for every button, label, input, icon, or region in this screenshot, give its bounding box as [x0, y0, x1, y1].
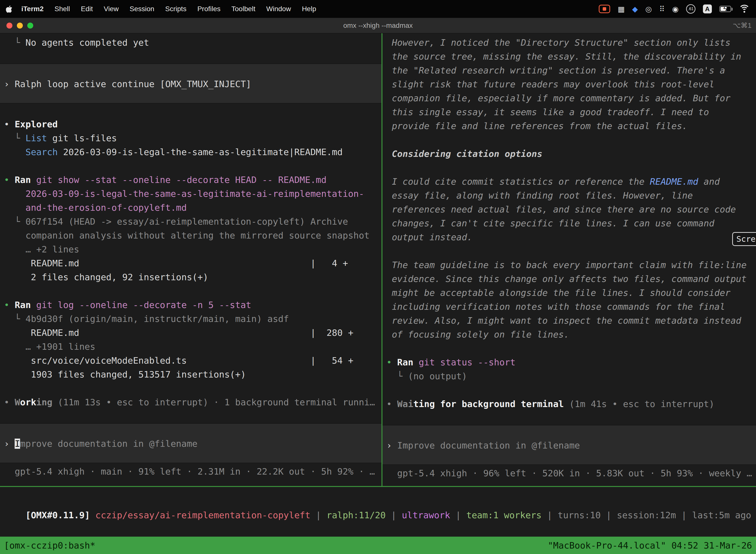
- menu-item-profiles[interactable]: Profiles: [197, 5, 220, 13]
- terminal-line: • Ran git log --oneline --decorate -n 5 …: [0, 298, 381, 312]
- text-segment: git ls-files: [47, 133, 117, 143]
- text-segment: Ran: [15, 300, 31, 310]
- right-terminal-pane[interactable]: However, I noticed the "Directory Struct…: [382, 33, 756, 486]
- text-segment: changes, I can't cite specific file line…: [386, 218, 714, 228]
- text-segment: (no output): [408, 371, 467, 381]
- text-segment: Considering citation options: [392, 149, 543, 159]
- terminal-area: └ No agents completed yet› Ralph loop ac…: [0, 33, 756, 537]
- terminal-line: 2 files changed, 92 insertions(+): [0, 270, 381, 284]
- terminal-line: evidence. Since this change only affects…: [382, 272, 756, 286]
- text-segment: gpt-5.4 xhigh · 96% left · 520K in · 5.8…: [397, 468, 752, 478]
- text-segment: provide file and line references from th…: [386, 121, 688, 131]
- text-segment: and: [698, 176, 720, 187]
- terminal-line: [0, 159, 381, 173]
- text-segment: Improve documentation in @filename: [397, 440, 580, 450]
- screenshot-tooltip: Scre: [732, 232, 756, 246]
- terminal-line: README.md | 280 +: [0, 326, 381, 340]
- terminal-line: provide file and line references from th…: [382, 119, 756, 133]
- text-segment: slight risk that future readers may over…: [386, 79, 714, 89]
- menu-item-session[interactable]: Session: [129, 5, 154, 13]
- charging-bolt-icon: ϟ: [723, 5, 727, 13]
- tmux-window-item[interactable]: [omx-cczip0:bash*: [4, 540, 95, 551]
- menu-item-view[interactable]: View: [104, 5, 119, 13]
- stop-square-icon: [603, 7, 606, 11]
- battery-gauge-icon[interactable]: .61: [686, 4, 695, 14]
- terminal-line: However, I noticed the "Directory Struct…: [382, 36, 756, 50]
- terminal-line: companion analysis without altering the …: [0, 229, 381, 242]
- text-segment: (11m 13s • esc to interrupt) · 1 backgro…: [58, 397, 375, 407]
- composer-input[interactable]: › Improve documentation in @filename: [382, 425, 756, 465]
- left-terminal-pane[interactable]: └ No agents completed yet› Ralph loop ac…: [0, 33, 381, 486]
- terminal-line: └ (no output): [382, 369, 756, 383]
- wifi-icon[interactable]: [739, 5, 750, 13]
- text-cursor: I: [15, 439, 20, 449]
- text-segment: However, I noticed the "Directory Struct…: [386, 38, 731, 48]
- camera-app-icon[interactable]: ◎: [645, 5, 652, 13]
- text-segment: 2 files changed, 92 insertions(+): [4, 272, 208, 282]
- menu-item-help[interactable]: Help: [302, 5, 316, 13]
- terminal-line: [382, 244, 756, 258]
- text-segment: [4, 466, 15, 477]
- menu-item-iterm2[interactable]: iTerm2: [21, 5, 44, 13]
- omx-last: last:5m ago: [692, 510, 751, 520]
- window-grid-icon[interactable]: ▦: [618, 5, 625, 13]
- terminal-line: 1903 files changed, 513517 insertions(+): [0, 368, 381, 382]
- text-segment: ›: [4, 79, 15, 89]
- ralph-loop-banner[interactable]: › Ralph loop active continue [OMX_TMUX_I…: [0, 63, 381, 104]
- text-segment: gpt-5.4 xhigh · main · 91% left · 2.31M …: [15, 466, 375, 477]
- terminal-line: … +2 lines: [0, 242, 381, 257]
- text-segment: ing: [36, 397, 52, 407]
- raycast-icon[interactable]: ◆: [632, 5, 638, 13]
- text-segment: 2026-03-09-is-legal-the-same-as-legitima…: [25, 189, 364, 199]
- terminal-line: 2026-03-09-is-legal-the-same-as-legitima…: [0, 187, 381, 201]
- text-segment: List: [25, 133, 47, 143]
- terminal-line: • Ran git show --stat --oneline --decora…: [0, 173, 381, 187]
- text-segment: ork: [20, 397, 36, 407]
- text-segment: [564, 399, 569, 409]
- menu-item-window[interactable]: Window: [266, 5, 291, 13]
- text-segment: └: [4, 38, 25, 48]
- terminal-line: [382, 383, 756, 397]
- keyhole-icon[interactable]: ◉: [672, 5, 679, 13]
- menu-item-scripts[interactable]: Scripts: [165, 5, 187, 13]
- terminal-line: [0, 104, 381, 117]
- text-segment: review. Also, I might want to inspect th…: [386, 316, 741, 326]
- text-segment: [4, 189, 25, 199]
- text-segment: mprove documentation in @filename: [20, 439, 197, 449]
- text-segment: [386, 468, 397, 478]
- text-segment: ›: [4, 439, 15, 449]
- composer-input[interactable]: › Improve documentation in @filename: [0, 423, 381, 463]
- text-segment: [386, 149, 392, 159]
- text-segment: 2026-03-09-is-legal-the-same-as-legitima…: [58, 147, 343, 157]
- terminal-line: • Ran git status --short: [382, 355, 756, 369]
- terminal-line: [382, 133, 756, 147]
- terminal-line: might be acceptable alongside the file l…: [382, 286, 756, 300]
- text-segment: including verification notes with those …: [386, 301, 725, 312]
- screen-recording-indicator-icon[interactable]: [599, 5, 610, 13]
- terminal-line: [0, 50, 381, 63]
- terminal-line: [382, 411, 756, 425]
- text-segment: No agents completed yet: [25, 38, 149, 48]
- text-segment: •: [4, 300, 15, 310]
- menu-item-toolbelt[interactable]: Toolbelt: [232, 5, 255, 13]
- terminal-line: [0, 284, 381, 298]
- text-segment: … +1901 lines: [25, 341, 96, 352]
- text-segment: ting for background terminal: [413, 399, 564, 409]
- terminal-line: [0, 409, 381, 423]
- terminal-line: Considering citation options: [382, 147, 756, 161]
- text-segment: and-the-erosion-of-copyleft.md: [25, 203, 187, 213]
- text-segment: of focusing solely on file lines.: [386, 329, 569, 340]
- text-segment: └: [4, 133, 25, 143]
- macos-menu-bar: iTerm2 Shell Edit View Session Scripts P…: [0, 0, 756, 18]
- menu-item-shell[interactable]: Shell: [55, 5, 70, 13]
- terminal-line: references need actual files, and since …: [382, 203, 756, 216]
- terminal-line: The team guideline is to back every impo…: [382, 258, 756, 272]
- text-segment: The team guideline is to back every impo…: [386, 260, 747, 270]
- battery-charging-icon[interactable]: ϟ: [719, 6, 731, 12]
- text-segment: src/voice/voiceModeEnabled.ts | 54 +: [4, 355, 354, 366]
- dots-grid-icon[interactable]: ⠿: [659, 5, 665, 13]
- apple-menu-icon[interactable]: [6, 5, 12, 13]
- menu-item-edit[interactable]: Edit: [81, 5, 93, 13]
- input-source-icon[interactable]: A: [703, 4, 712, 13]
- text-segment: git status --short: [419, 357, 515, 367]
